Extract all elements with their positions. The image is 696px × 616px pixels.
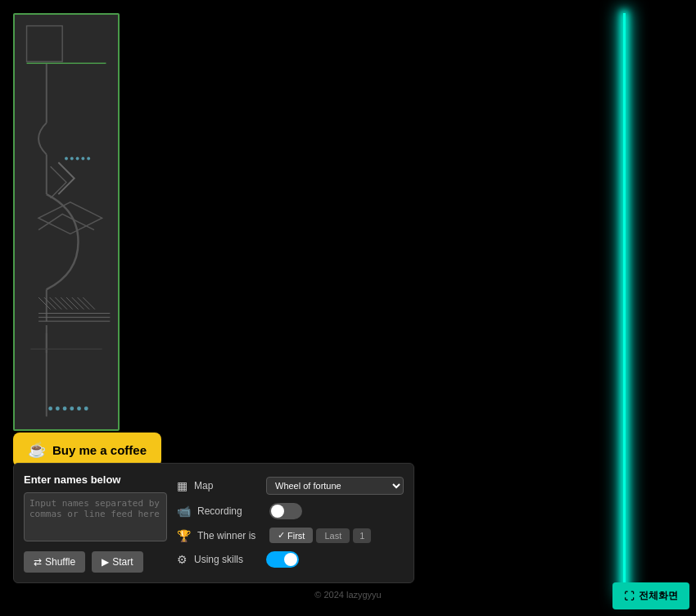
recording-toggle[interactable] [269,503,302,519]
winner-first-button[interactable]: ✓ First [269,528,313,543]
winner-count-button[interactable]: 1 [353,528,371,543]
svg-point-4 [76,157,79,161]
footer-text: © 2024 lazygyyu [314,590,382,600]
winner-row: 🏆 The winner is ✓ First Last 1 [177,528,404,543]
play-icon: ▶ [102,556,109,568]
svg-point-11 [77,406,81,410]
names-input[interactable] [24,492,167,541]
names-label: Enter names below [24,473,167,486]
names-section: Enter names below ⇄ Shuffle ▶ Start [24,473,167,573]
recording-icon: 📹 [177,505,191,518]
start-button[interactable]: ▶ Start [92,551,142,573]
coffee-button[interactable]: ☕ Buy me a coffee [13,433,161,467]
skills-toggle[interactable] [266,551,299,568]
recording-row: 📹 Recording [177,503,404,519]
footer: © 2024 lazygyyu [314,590,382,600]
shuffle-icon: ⇄ [34,556,42,568]
skills-knob [284,553,297,566]
winner-label: The winner is [197,530,263,541]
svg-rect-0 [15,20,118,424]
fullscreen-icon: ⛶ [624,591,634,602]
svg-point-2 [65,157,68,161]
coffee-label: Buy me a coffee [52,443,147,457]
fullscreen-button[interactable]: ⛶ 전체화면 [612,582,689,609]
winner-last-button[interactable]: Last [316,528,350,543]
trophy-icon: 🏆 [177,529,191,542]
skills-icon: ⚙ [177,553,188,566]
svg-point-6 [87,157,90,161]
skills-label: Using skills [194,554,260,565]
winner-first-label: First [287,531,305,541]
coffee-icon: ☕ [28,441,46,459]
skills-row: ⚙ Using skills [177,551,404,568]
track-panel [13,13,120,431]
recording-knob [271,505,284,518]
buttons-row: ⇄ Shuffle ▶ Start [24,551,167,573]
map-row: ▦ Map Wheel of fortune Race Track Roulet… [177,477,404,495]
settings-section: ▦ Map Wheel of fortune Race Track Roulet… [177,473,404,573]
start-label: Start [112,556,133,568]
shuffle-button[interactable]: ⇄ Shuffle [24,551,85,573]
shuffle-label: Shuffle [45,556,75,568]
svg-point-8 [56,406,60,410]
winner-last-label: Last [324,531,341,541]
map-icon: ▦ [177,479,188,492]
svg-point-5 [81,157,84,161]
svg-point-10 [70,406,74,410]
svg-point-9 [63,406,67,410]
map-select[interactable]: Wheel of fortune Race Track Roulette [266,477,404,495]
control-panel: Enter names below ⇄ Shuffle ▶ Start ▦ Ma… [13,463,414,583]
map-label: Map [194,480,260,491]
svg-point-12 [84,406,88,410]
svg-point-3 [70,157,74,161]
neon-line [623,13,626,595]
winner-options: ✓ First Last 1 [269,528,371,543]
fullscreen-label: 전체화면 [639,589,678,603]
svg-point-7 [48,406,52,410]
winner-count-value: 1 [359,531,364,541]
recording-label: Recording [197,505,263,517]
check-icon: ✓ [278,530,285,541]
